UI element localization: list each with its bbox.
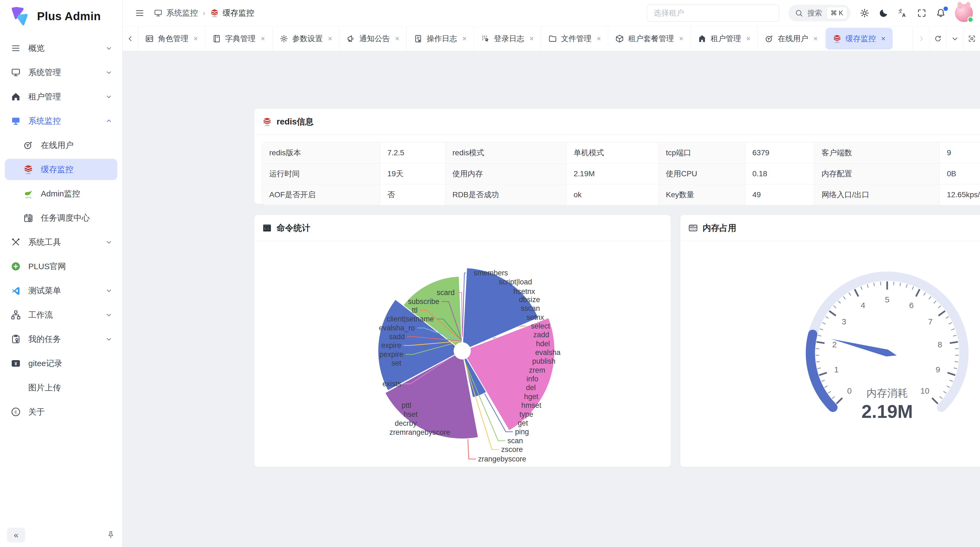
sidebar-item-关于[interactable]: c 关于	[5, 401, 117, 423]
gauge-label: 内存消耗	[867, 388, 908, 399]
tabs-scroll-left-button[interactable]	[123, 26, 138, 51]
info-value: 12.65kps/2.97kps	[939, 184, 980, 205]
tab-close-icon[interactable]: ×	[746, 35, 751, 43]
tab-close-icon[interactable]: ×	[261, 35, 265, 43]
svg-text:redis: redis	[835, 41, 839, 43]
tab-字典管理[interactable]: 字典管理 ×	[205, 26, 272, 51]
clipboard-icon	[11, 334, 21, 344]
tab-文件管理[interactable]: 文件管理 ×	[541, 26, 608, 51]
avatar[interactable]	[955, 4, 973, 22]
gauge-value: 2.19M	[862, 401, 913, 422]
info-label: 内存配置	[814, 163, 939, 184]
rose-label-ttl: ttl	[412, 306, 418, 314]
redis-icon: redis	[262, 117, 272, 126]
package-icon	[615, 34, 624, 43]
tenant-select-input[interactable]	[647, 5, 779, 22]
sidebar-item-图片上传[interactable]: 图片上传	[5, 377, 117, 398]
tab-actions-chevron-icon[interactable]	[946, 26, 963, 51]
app-title: Plus Admin	[37, 10, 101, 23]
menu-toggle-icon[interactable]	[135, 8, 145, 18]
notification-badge	[943, 6, 948, 11]
main-content: redis redis信息 redis版本 7.2.5redis模式 单机模式t…	[123, 51, 980, 547]
tab-操作日志[interactable]: 操作日志 ×	[407, 26, 474, 51]
svg-text:redis: redis	[212, 15, 217, 18]
rose-label-decrby: decrby	[395, 419, 417, 427]
sidebar-item-我的任务[interactable]: 我的任务	[5, 329, 117, 350]
tab-参数设置[interactable]: 参数设置 ×	[272, 26, 340, 51]
tab-label: 在线用户	[778, 33, 808, 44]
rose-label-zrangebyscore: zrangebyscore	[478, 455, 526, 463]
logo-row[interactable]: Plus Admin	[0, 0, 122, 29]
sidebar-item-gitee记录[interactable]: ¥ gitee记录	[5, 353, 117, 374]
rose-label-client|setname: client|setname	[387, 315, 434, 323]
content-fullscreen-icon[interactable]	[963, 26, 980, 51]
tab-close-icon[interactable]: ×	[328, 35, 332, 43]
tab-bar: 角色管理 × 字典管理 × 参数设置 × 通知公告 × 操作日志 × 登录日志 …	[123, 26, 980, 51]
breadcrumb-item[interactable]: 系统监控	[166, 8, 198, 19]
tab-close-icon[interactable]: ×	[597, 35, 601, 43]
sidebar-item-系统管理[interactable]: 系统管理	[5, 62, 117, 83]
info-value: 9	[939, 142, 980, 163]
info-value: 49	[745, 184, 814, 205]
rose-label-pexpire: pexpire	[379, 350, 403, 359]
breadcrumb-item[interactable]: 缓存监控	[223, 8, 254, 19]
rose-label-subscribe: subscribe	[408, 297, 439, 306]
language-translate-icon[interactable]: 文A	[898, 8, 908, 18]
rose-label-evalsha_ro: evalsha_ro	[379, 324, 415, 332]
tab-refresh-icon[interactable]	[929, 26, 946, 51]
chevron-down	[105, 45, 113, 52]
gauge-tick-label: 2	[832, 340, 837, 349]
info-value: ok	[566, 184, 659, 205]
tab-登录日志[interactable]: 登录日志 ×	[474, 26, 541, 51]
chevron-up	[105, 117, 113, 124]
chevron-down	[105, 239, 113, 246]
sidebar-item-PLUS官网[interactable]: PLUS官网	[5, 256, 117, 277]
tab-close-icon[interactable]: ×	[194, 35, 198, 43]
global-search[interactable]: 搜索 ⌘ K	[788, 5, 850, 22]
logo-icon	[8, 6, 31, 27]
fullscreen-icon[interactable]	[917, 8, 927, 18]
info-label: 使用CPU	[659, 163, 745, 184]
breadcrumb: 系统监控› redis 缓存监控	[154, 8, 254, 19]
tab-close-icon[interactable]: ×	[530, 35, 534, 43]
info-value: 6379	[745, 142, 814, 163]
sidebar-item-测试菜单[interactable]: 测试菜单	[5, 280, 117, 301]
info-label: AOF是否开启	[262, 184, 380, 205]
tab-租户套餐管理[interactable]: 租户套餐管理 ×	[608, 26, 690, 51]
tab-close-icon[interactable]: ×	[679, 35, 683, 43]
info-label: redis模式	[445, 142, 566, 163]
notifications-bell-icon[interactable]	[936, 8, 946, 18]
sidebar-item-Admin监控[interactable]: spring Admin监控	[5, 183, 117, 204]
sidebar-item-租户管理[interactable]: 租户管理	[5, 86, 117, 107]
sidebar-item-系统工具[interactable]: 系统工具	[5, 231, 117, 253]
info-label: RDB是否成功	[445, 184, 566, 205]
sidebar-item-label: 系统工具	[28, 237, 105, 248]
command-stats-card: C:\ 命令统计 smembersscript|loadhsetnxdbsize…	[254, 215, 671, 467]
tab-close-icon[interactable]: ×	[813, 35, 818, 43]
sidebar-item-概览[interactable]: 概览	[5, 38, 117, 59]
tab-角色管理[interactable]: 角色管理 ×	[138, 26, 205, 51]
tab-close-icon[interactable]: ×	[881, 35, 886, 43]
sidebar-item-工作流[interactable]: 工作流	[5, 304, 117, 325]
tab-close-icon[interactable]: ×	[462, 35, 466, 43]
building-icon	[698, 34, 706, 43]
rose-label-zremrangebyscore: zremrangebyscore	[389, 428, 450, 436]
dark-mode-moon-icon[interactable]	[879, 8, 889, 18]
tabs-scroll-right-button[interactable]	[913, 26, 929, 51]
tab-close-icon[interactable]: ×	[395, 35, 399, 43]
settings-gear-icon[interactable]	[860, 8, 869, 18]
tab-通知公告[interactable]: 通知公告 ×	[339, 26, 407, 51]
chevron-down	[105, 311, 113, 319]
pin-icon[interactable]	[107, 531, 115, 539]
sidebar-item-在线用户[interactable]: 在线用户	[5, 135, 117, 156]
tab-缓存监控[interactable]: redis 缓存监控 ×	[826, 28, 892, 49]
command-rose-chart[interactable]: smembersscript|loadhsetnxdbsizesscansetn…	[254, 241, 671, 467]
sidebar-item-任务调度中心[interactable]: 任务调度中心	[5, 207, 117, 228]
tab-租户管理[interactable]: 租户管理 ×	[690, 26, 758, 51]
sidebar-item-缓存监控[interactable]: redis 缓存监控	[5, 159, 117, 180]
tab-在线用户[interactable]: 在线用户 ×	[758, 26, 825, 51]
rose-label-set: set	[391, 359, 401, 367]
sidebar-collapse-button[interactable]: «	[7, 528, 25, 542]
sidebar-item-系统监控[interactable]: 系统监控	[5, 110, 117, 132]
chevron-down-icon	[105, 311, 113, 319]
